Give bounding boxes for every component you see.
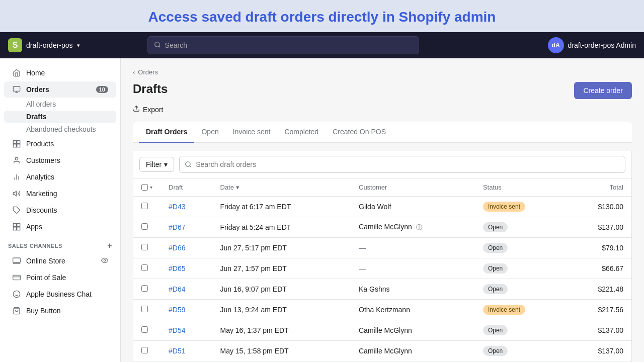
tab-bar: Draft Orders Open Invoice sent Completed…	[133, 122, 632, 143]
draft-link[interactable]: #D66	[169, 244, 185, 252]
user-label: draft-order-pos Admin	[568, 41, 636, 49]
sidebar-item-orders[interactable]: Orders 10	[4, 81, 116, 98]
table-row: #D65 Jun 27, 1:57 pm EDT — Open $66.67	[133, 258, 631, 279]
svg-rect-4	[13, 140, 16, 143]
sidebar-item-analytics[interactable]: Analytics	[4, 169, 116, 185]
tab-draft-orders[interactable]: Draft Orders	[139, 122, 194, 143]
pos-icon	[12, 273, 21, 282]
global-search-box[interactable]: Search	[147, 36, 419, 54]
sidebar-item-apps[interactable]: Apps	[4, 219, 116, 235]
sidebar-item-products[interactable]: Products	[4, 136, 116, 152]
home-icon	[12, 68, 21, 77]
draft-link[interactable]: #D43	[169, 203, 185, 211]
row-checkbox-cell	[133, 217, 160, 238]
sidebar-buy-button-label: Buy Button	[26, 307, 61, 315]
row-draft-id: #D64	[160, 279, 212, 300]
tab-completed[interactable]: Completed	[277, 122, 326, 143]
row-status: Open	[475, 320, 567, 341]
sidebar-item-marketing[interactable]: Marketing	[4, 186, 116, 202]
sidebar-apple-chat-label: Apple Business Chat	[26, 290, 92, 298]
main-content: ‹ Orders Drafts Create order Export Draf…	[121, 58, 644, 362]
sidebar-products-label: Products	[26, 140, 54, 148]
search-placeholder: Search	[165, 41, 187, 49]
svg-rect-21	[13, 275, 21, 280]
th-status: Status	[475, 178, 567, 197]
table-row: #D59 Jun 13, 9:24 am EDT Otha Kertzmann …	[133, 300, 631, 320]
status-badge: Open	[483, 222, 508, 232]
create-order-button[interactable]: Create order	[574, 82, 632, 99]
sales-channels-section: SALES CHANNELS +	[0, 235, 120, 252]
th-draft: Draft	[160, 178, 212, 197]
draft-link[interactable]: #D64	[169, 285, 185, 293]
row-draft-id: #D59	[160, 300, 212, 320]
eye-icon[interactable]	[101, 257, 108, 265]
draft-link[interactable]: #D51	[169, 347, 185, 355]
sidebar-sub-all-orders[interactable]: All orders	[4, 98, 116, 110]
breadcrumb[interactable]: ‹ Orders	[133, 68, 632, 76]
row-checkbox[interactable]	[141, 306, 148, 312]
th-date[interactable]: Date ▾	[212, 178, 351, 197]
row-checkbox[interactable]	[141, 223, 148, 230]
customer-name: Gilda Wolf	[359, 203, 391, 211]
store-brand[interactable]: S draft-order-pos ▾	[8, 38, 80, 52]
search-draft-orders-input[interactable]	[179, 156, 625, 173]
row-total: $137.00	[567, 320, 631, 341]
draft-link[interactable]: #D59	[169, 306, 185, 314]
row-checkbox[interactable]	[141, 326, 148, 333]
export-row[interactable]: Export	[133, 105, 632, 114]
user-menu[interactable]: dA draft-order-pos Admin	[548, 37, 636, 53]
select-all-checkbox[interactable]	[141, 184, 148, 191]
tab-created-on-pos[interactable]: Created On POS	[326, 122, 393, 143]
row-customer: Camille McGlynn	[351, 320, 475, 341]
analytics-icon	[12, 172, 21, 182]
row-checkbox-cell	[133, 258, 160, 279]
svg-rect-5	[17, 140, 20, 143]
filter-button[interactable]: Filter ▾	[139, 157, 174, 172]
svg-point-23	[13, 291, 20, 297]
row-checkbox[interactable]	[141, 347, 148, 353]
filter-chevron-icon: ▾	[164, 160, 168, 168]
apple-chat-icon	[12, 290, 21, 299]
banner-title: Access saved draft orders directly in Sh…	[0, 9, 644, 25]
table-row: #D51 May 15, 1:58 pm EDT Camille McGlynn…	[133, 341, 631, 361]
table-header-row: ▾ Draft Date ▾ Customer Status Total	[133, 178, 631, 197]
sidebar-item-point-of-sale[interactable]: Point of Sale	[4, 269, 116, 286]
row-total: $79.10	[567, 238, 631, 258]
no-customer: —	[359, 244, 366, 252]
status-badge: Open	[483, 346, 508, 356]
row-draft-id: #D66	[160, 238, 212, 258]
draft-link[interactable]: #D65	[169, 264, 185, 273]
sidebar-sub-abandoned[interactable]: Abandoned checkouts	[4, 123, 116, 135]
draft-link[interactable]: #D67	[169, 223, 185, 231]
sidebar-sub-drafts[interactable]: Drafts	[4, 111, 116, 123]
tab-invoice-sent[interactable]: Invoice sent	[226, 122, 278, 143]
add-channel-icon[interactable]: +	[107, 241, 112, 250]
row-checkbox[interactable]	[141, 264, 148, 271]
customer-name: Camille McGlynn	[359, 347, 412, 355]
sidebar-item-discounts[interactable]: Discounts	[4, 202, 116, 218]
svg-rect-18	[13, 258, 21, 262]
row-checkbox[interactable]	[141, 244, 148, 250]
tab-open[interactable]: Open	[194, 122, 225, 143]
draft-link[interactable]: #D54	[169, 326, 185, 334]
row-draft-id: #D51	[160, 341, 212, 361]
sidebar-item-online-store[interactable]: Online Store	[4, 253, 116, 269]
customer-info-icon[interactable]: ⓘ	[416, 224, 422, 231]
row-checkbox-cell	[133, 341, 160, 361]
row-status: Open	[475, 238, 567, 258]
sidebar-item-customers[interactable]: Customers	[4, 152, 116, 168]
sidebar-pos-label: Point of Sale	[26, 274, 66, 282]
row-checkbox[interactable]	[141, 285, 148, 292]
sidebar-home-label: Home	[26, 69, 45, 77]
row-date: May 15, 1:58 pm EDT	[212, 341, 351, 361]
row-checkbox[interactable]	[141, 203, 148, 209]
row-customer: Camille McGlynn ⓘ	[351, 217, 475, 238]
status-badge: Open	[483, 263, 508, 274]
sidebar-item-home[interactable]: Home	[4, 65, 116, 81]
row-date: Jun 16, 9:07 pm EDT	[212, 279, 351, 300]
status-badge: Invoice sent	[483, 202, 525, 212]
date-sort-icon: ▾	[236, 184, 239, 191]
sidebar-item-buy-button[interactable]: Buy Button	[4, 303, 116, 319]
sidebar-item-apple-chat[interactable]: Apple Business Chat	[4, 286, 116, 302]
row-customer: Otha Kertzmann	[351, 300, 475, 320]
